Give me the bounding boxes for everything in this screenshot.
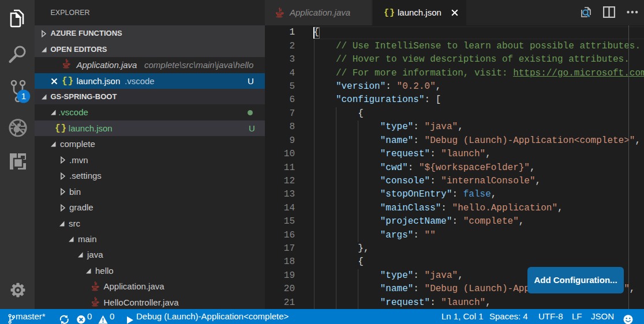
svg-text:1: 1 [21,91,26,101]
